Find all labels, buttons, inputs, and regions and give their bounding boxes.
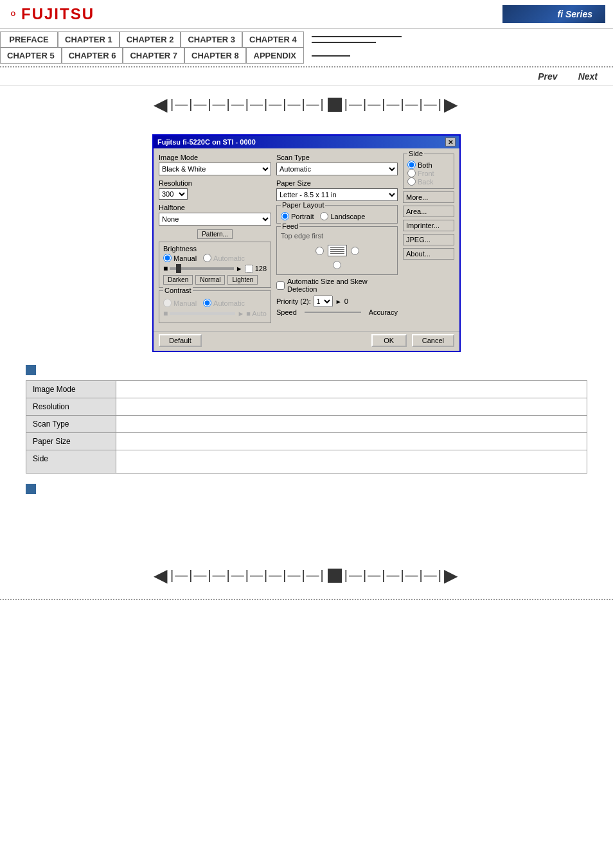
accuracy-label: Accuracy bbox=[369, 308, 398, 316]
area-button[interactable]: Area... bbox=[403, 206, 454, 217]
slider-tick-right: |—|—|—|—|—| bbox=[344, 97, 443, 112]
slider-tick: |—|—|—|—|—|—|—|—| bbox=[170, 97, 325, 112]
nav-preface[interactable]: PREFACE bbox=[0, 31, 58, 48]
nav-row-1: PREFACE CHAPTER 1 CHAPTER 2 CHAPTER 3 CH… bbox=[0, 31, 613, 48]
auto-size-checkbox[interactable] bbox=[276, 281, 285, 290]
nav-ch8[interactable]: CHAPTER 8 bbox=[184, 48, 246, 64]
nav-ch6[interactable]: CHAPTER 6 bbox=[62, 48, 123, 64]
priority-left-select[interactable]: 1 bbox=[314, 296, 333, 307]
landscape-radio[interactable]: Landscape bbox=[320, 212, 365, 220]
paper-size-group: Paper Size Letter - 8.5 x 11 in A4 Legal bbox=[276, 179, 398, 201]
about-button[interactable]: About... bbox=[403, 248, 454, 260]
navigation: PREFACE CHAPTER 1 CHAPTER 2 CHAPTER 3 CH… bbox=[0, 29, 613, 67]
dialog-title: Fujitsu fi-5220C on STI - 0000 bbox=[157, 138, 256, 146]
contrast-manual-radio[interactable]: Manual bbox=[163, 299, 197, 307]
paper-layout-label: Paper Layout bbox=[281, 201, 325, 209]
scan-type-select[interactable]: Automatic Manual bbox=[276, 163, 398, 175]
top-slider-bar: ◀ |—|—|—|—|—|—|—|—| |—|—|—|—|—| ▶ bbox=[0, 86, 613, 118]
bottom-right-arrow-icon[interactable]: ▶ bbox=[444, 565, 459, 586]
lighten-button[interactable]: Lighten bbox=[227, 275, 258, 285]
bottom-slider-bar: ◀ |—|—|—|—|—|—|—|—| |—|—|—|—|—| ▶ bbox=[0, 557, 613, 589]
feed-center-radio[interactable] bbox=[333, 261, 341, 269]
speed-label: Speed bbox=[276, 308, 297, 316]
brightness-btn-row: Darken Normal Lighten bbox=[163, 275, 267, 285]
table-cell-label: Paper Size bbox=[26, 433, 116, 450]
nav-ch2[interactable]: CHAPTER 2 bbox=[120, 31, 181, 48]
next-button[interactable]: Next bbox=[578, 71, 598, 82]
table-cell-value bbox=[116, 398, 587, 416]
brightness-checkbox[interactable] bbox=[245, 265, 253, 273]
contrast-slider-row: ■ ► ■ Auto bbox=[163, 309, 267, 318]
image-mode-label: Image Mode bbox=[159, 154, 271, 161]
table-row: Image Mode bbox=[26, 381, 587, 398]
imprinter-button[interactable]: Imprinter... bbox=[403, 220, 454, 231]
left-arrow-icon[interactable]: ◀ bbox=[154, 94, 169, 115]
table-cell-label: Image Mode bbox=[26, 381, 116, 398]
feed-label: Feed bbox=[281, 222, 299, 230]
cancel-button[interactable]: Cancel bbox=[412, 334, 454, 347]
bottom-divider bbox=[0, 599, 613, 600]
ok-button[interactable]: OK bbox=[371, 334, 407, 347]
brightness-arrow-icon: ► bbox=[236, 265, 243, 272]
nav-ch1[interactable]: CHAPTER 1 bbox=[58, 31, 120, 48]
table-cell-value bbox=[116, 433, 587, 450]
contrast-auto-label: ■ Auto bbox=[246, 310, 267, 317]
halftone-group: Halftone None Dither bbox=[159, 204, 271, 226]
halftone-select[interactable]: None Dither bbox=[159, 213, 271, 226]
brightness-value-label: 128 bbox=[255, 265, 267, 272]
brightness-slider-row: ■ ► 128 bbox=[163, 264, 267, 273]
dialog-footer-left: Default bbox=[159, 334, 202, 347]
back-radio[interactable]: Back bbox=[407, 177, 450, 186]
table-row: Paper Size bbox=[26, 433, 587, 450]
section-indicator-2 bbox=[26, 484, 36, 494]
nav-ch7[interactable]: CHAPTER 7 bbox=[123, 48, 184, 64]
nav-appendix[interactable]: APPENDIX bbox=[246, 48, 304, 64]
priority-label: Priority (2): bbox=[276, 297, 311, 305]
nav-ch3[interactable]: CHAPTER 3 bbox=[181, 31, 242, 48]
darken-button[interactable]: Darken bbox=[163, 275, 193, 285]
scanner-dialog: Fujitsu fi-5220C on STI - 0000 ✕ Image M… bbox=[152, 134, 461, 352]
prev-button[interactable]: Prev bbox=[538, 71, 557, 82]
resolution-label: Resolution bbox=[159, 179, 271, 187]
image-mode-select[interactable]: Black & White Grayscale Color bbox=[159, 163, 271, 175]
contrast-auto-radio[interactable]: Automatic bbox=[203, 299, 245, 307]
settings-table: Image Mode Resolution Scan Type Paper Si… bbox=[26, 380, 587, 474]
table-row: Side bbox=[26, 450, 587, 474]
bottom-left-arrow-icon[interactable]: ◀ bbox=[154, 565, 169, 586]
jpeg-button[interactable]: JPEG... bbox=[403, 234, 454, 245]
more-button[interactable]: More... bbox=[403, 191, 454, 203]
brightness-track[interactable] bbox=[170, 267, 234, 270]
brightness-label: Brightness bbox=[163, 245, 267, 252]
nav-ch5[interactable]: CHAPTER 5 bbox=[0, 48, 62, 64]
dialog-body: Image Mode Black & White Grayscale Color… bbox=[154, 148, 459, 331]
feed-group: Feed Top edge first bbox=[276, 226, 398, 275]
feed-top-radio[interactable] bbox=[315, 247, 324, 255]
brightness-left-icon: ■ bbox=[163, 264, 168, 273]
default-button[interactable]: Default bbox=[159, 334, 202, 347]
side-label: Side bbox=[407, 150, 424, 157]
image-mode-group: Image Mode Black & White Grayscale Color bbox=[159, 154, 271, 175]
slider-filled-block bbox=[328, 98, 342, 112]
main-content: Fujitsu fi-5220C on STI - 0000 ✕ Image M… bbox=[0, 118, 613, 557]
right-arrow-icon[interactable]: ▶ bbox=[444, 94, 459, 115]
feed-bottom-radio[interactable] bbox=[351, 247, 359, 255]
normal-button[interactable]: Normal bbox=[195, 275, 225, 285]
resolution-select[interactable]: 300 200 600 bbox=[159, 188, 188, 200]
dialog-container: Fujitsu fi-5220C on STI - 0000 ✕ Image M… bbox=[26, 134, 587, 352]
nav-ch4[interactable]: CHAPTER 4 bbox=[242, 31, 304, 48]
brightness-auto-radio[interactable]: Automatic bbox=[203, 254, 245, 262]
feed-icons bbox=[281, 242, 393, 272]
front-radio[interactable]: Front bbox=[407, 169, 450, 177]
dialog-close-button[interactable]: ✕ bbox=[445, 137, 456, 146]
auto-size-label: Automatic Size and Skew Detection bbox=[287, 278, 398, 293]
paper-size-select[interactable]: Letter - 8.5 x 11 in A4 Legal bbox=[276, 188, 398, 201]
logo-text: FUJITSU bbox=[21, 5, 94, 23]
dialog-middle-panel: Scan Type Automatic Manual Paper Size Le… bbox=[276, 154, 398, 326]
both-radio[interactable]: Both bbox=[407, 161, 450, 169]
brightness-manual-radio[interactable]: Manual bbox=[163, 254, 197, 262]
dialog-titlebar: Fujitsu fi-5220C on STI - 0000 ✕ bbox=[154, 136, 459, 148]
page-header: ⚬ FUJITSU fi Series bbox=[0, 0, 613, 29]
contrast-group: Contrast Manual Automatic ■ bbox=[159, 290, 271, 323]
portrait-radio[interactable]: Portrait bbox=[281, 212, 314, 220]
pattern-button[interactable]: Pattern... bbox=[197, 229, 233, 239]
